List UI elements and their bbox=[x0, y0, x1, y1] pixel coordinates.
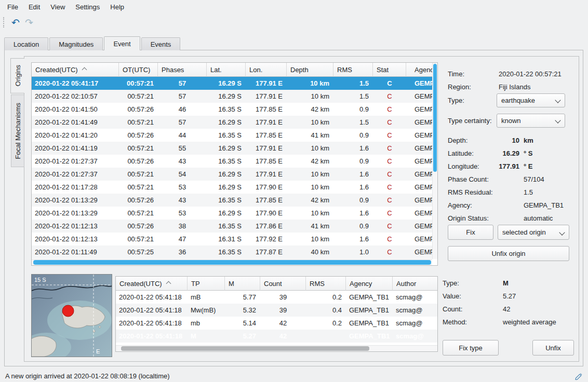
table-cell[interactable]: 177.85 E bbox=[246, 129, 287, 142]
table-cell[interactable]: 2020-01-22 01:11:49 bbox=[32, 245, 119, 258]
side-tab-origins[interactable]: Origins bbox=[10, 58, 24, 93]
table-cell[interactable]: 177.85 E bbox=[246, 194, 287, 207]
table-row[interactable]: 2020-01-22 01:41:2000:57:264416.35 S177.… bbox=[32, 129, 432, 142]
table-cell[interactable]: C bbox=[373, 129, 406, 142]
column-header[interactable]: Agency bbox=[406, 63, 432, 77]
table-cell[interactable]: 2020-01-22 01:27:37 bbox=[32, 155, 119, 168]
table-cell[interactable]: 2020-01-22 05:41:18 bbox=[116, 330, 188, 343]
scrollbar-thumb[interactable] bbox=[433, 64, 437, 172]
table-cell[interactable]: 16.29 S bbox=[207, 116, 246, 129]
table-cell[interactable]: 47 bbox=[158, 233, 207, 245]
table-cell[interactable]: 177.91 E bbox=[246, 90, 287, 103]
table-cell[interactable]: 44 bbox=[158, 129, 207, 142]
column-header[interactable]: Depth bbox=[287, 63, 333, 77]
table-cell[interactable]: C bbox=[373, 233, 406, 245]
side-tab-focal-mechanisms[interactable]: Focal Mechanisms bbox=[11, 94, 24, 167]
table-cell[interactable]: 00:57:25 bbox=[119, 245, 158, 258]
table-row[interactable]: 2020-01-22 01:41:5000:57:264616.35 S177.… bbox=[32, 103, 432, 116]
menu-settings[interactable]: Settings bbox=[70, 1, 105, 13]
table-cell[interactable]: C bbox=[373, 142, 406, 155]
column-header[interactable]: Lon. bbox=[246, 63, 287, 77]
table-row[interactable]: 2020-01-22 01:17:2800:57:215316.29 S177.… bbox=[32, 181, 432, 194]
table-cell[interactable]: M bbox=[188, 330, 225, 343]
table-cell[interactable]: 1.5 bbox=[333, 116, 373, 129]
table-row[interactable]: 2020-01-22 01:41:4900:57:215716.29 S177.… bbox=[32, 116, 432, 129]
column-header[interactable]: Count bbox=[260, 277, 306, 291]
table-cell[interactable]: GEMPA_TB1 bbox=[406, 142, 432, 155]
toolbar-drag-handle[interactable] bbox=[3, 17, 4, 28]
table-cell[interactable]: 177.87 E bbox=[246, 245, 287, 258]
table-cell[interactable]: C bbox=[373, 220, 406, 233]
table-cell[interactable]: 42 bbox=[260, 330, 306, 343]
menu-help[interactable]: Help bbox=[105, 1, 129, 13]
table-cell[interactable]: 00:57:21 bbox=[119, 181, 158, 194]
fix-type-button[interactable]: Fix type bbox=[443, 340, 499, 356]
table-cell[interactable]: 46 bbox=[158, 103, 207, 116]
table-cell[interactable]: 177.91 E bbox=[246, 168, 287, 181]
table-cell[interactable]: 53 bbox=[158, 207, 207, 220]
table-cell[interactable]: 10 km bbox=[287, 90, 333, 103]
table-row[interactable]: 2020-01-22 01:12:1300:57:214716.31 S177.… bbox=[32, 233, 432, 245]
table-cell[interactable]: 42 km bbox=[287, 103, 333, 116]
table-cell[interactable]: C bbox=[373, 77, 406, 90]
table-cell[interactable]: 177.91 E bbox=[246, 116, 287, 129]
table-cell[interactable]: scmag@ bbox=[393, 330, 437, 343]
table-cell[interactable]: GEMPA_TB1 bbox=[406, 168, 432, 181]
column-header[interactable]: RMS bbox=[333, 63, 373, 77]
table-cell[interactable]: 41 km bbox=[287, 129, 333, 142]
location-map[interactable]: 15 S E bbox=[31, 274, 112, 357]
column-header[interactable]: Stat bbox=[373, 63, 406, 77]
table-cell[interactable]: GEMPA_TB1 bbox=[406, 245, 432, 258]
table-row[interactable]: 2020-01-22 05:41:18M5.2742GEMPA_TB1scmag… bbox=[116, 330, 437, 343]
table-cell[interactable]: 55 bbox=[158, 142, 207, 155]
table-cell[interactable]: 1.6 bbox=[333, 142, 373, 155]
table-cell[interactable]: 16.29 S bbox=[207, 142, 246, 155]
table-cell[interactable]: Mw(mB) bbox=[188, 304, 225, 317]
table-cell[interactable]: GEMPA_TB1 bbox=[406, 103, 432, 116]
table-cell[interactable]: 2020-01-22 01:41:50 bbox=[32, 103, 119, 116]
table-cell[interactable]: 177.90 E bbox=[246, 207, 287, 220]
unfix-origin-button[interactable]: Unfix origin bbox=[448, 246, 569, 261]
column-header[interactable]: Agency bbox=[346, 277, 393, 291]
type-certainty-combobox[interactable]: known bbox=[497, 114, 565, 128]
table-cell[interactable]: 2020-01-22 01:27:37 bbox=[32, 168, 119, 181]
table-cell[interactable]: 16.31 S bbox=[207, 233, 246, 245]
table-cell[interactable]: 42 km bbox=[287, 194, 333, 207]
table-cell[interactable]: 00:57:21 bbox=[119, 77, 158, 90]
table-cell[interactable]: 16.29 S bbox=[207, 168, 246, 181]
table-cell[interactable]: 2020-01-22 01:12:13 bbox=[32, 233, 119, 245]
table-cell[interactable]: 16.29 S bbox=[207, 181, 246, 194]
table-cell[interactable]: 5.14 bbox=[225, 317, 260, 330]
menu-file[interactable]: File bbox=[2, 1, 23, 13]
table-cell[interactable]: scmag@ bbox=[393, 317, 437, 330]
table-cell[interactable]: 177.91 E bbox=[246, 77, 287, 90]
table-cell[interactable]: 00:57:26 bbox=[119, 220, 158, 233]
table-cell[interactable]: 10 km bbox=[287, 116, 333, 129]
table-cell[interactable]: 10 km bbox=[287, 233, 333, 245]
table-cell[interactable]: GEMPA_TB1 bbox=[346, 304, 393, 317]
table-cell[interactable]: 10 km bbox=[287, 142, 333, 155]
table-cell[interactable]: 57 bbox=[158, 77, 207, 90]
table-cell[interactable]: 0.9 bbox=[333, 194, 373, 207]
table-cell[interactable]: 00:57:21 bbox=[119, 207, 158, 220]
table-cell[interactable]: GEMPA_TB1 bbox=[406, 77, 432, 90]
table-cell[interactable]: 0.4 bbox=[306, 304, 346, 317]
table-cell[interactable]: 36 bbox=[158, 245, 207, 258]
table-cell[interactable]: mb bbox=[188, 317, 225, 330]
table-cell[interactable]: 40 km bbox=[287, 245, 333, 258]
table-cell[interactable]: C bbox=[373, 245, 406, 258]
table-cell[interactable]: 42 km bbox=[287, 155, 333, 168]
table-row[interactable]: 2020-01-22 05:41:18mb5.14420.2GEMPA_TB1s… bbox=[116, 317, 437, 330]
redo-icon[interactable]: ↷ bbox=[22, 16, 36, 29]
origins-horizontal-scrollbar[interactable] bbox=[32, 259, 432, 265]
table-cell[interactable]: 16.35 S bbox=[207, 129, 246, 142]
table-cell[interactable]: 2020-01-22 05:41:18 bbox=[116, 291, 188, 304]
table-cell[interactable]: 10 km bbox=[287, 181, 333, 194]
menu-view[interactable]: View bbox=[45, 1, 70, 13]
table-cell[interactable]: 1.5 bbox=[333, 77, 373, 90]
table-cell[interactable]: 41 km bbox=[287, 220, 333, 233]
table-cell[interactable]: C bbox=[373, 155, 406, 168]
table-cell[interactable]: 53 bbox=[158, 181, 207, 194]
table-cell[interactable]: 0.9 bbox=[333, 220, 373, 233]
tab-events[interactable]: Events bbox=[141, 37, 181, 50]
